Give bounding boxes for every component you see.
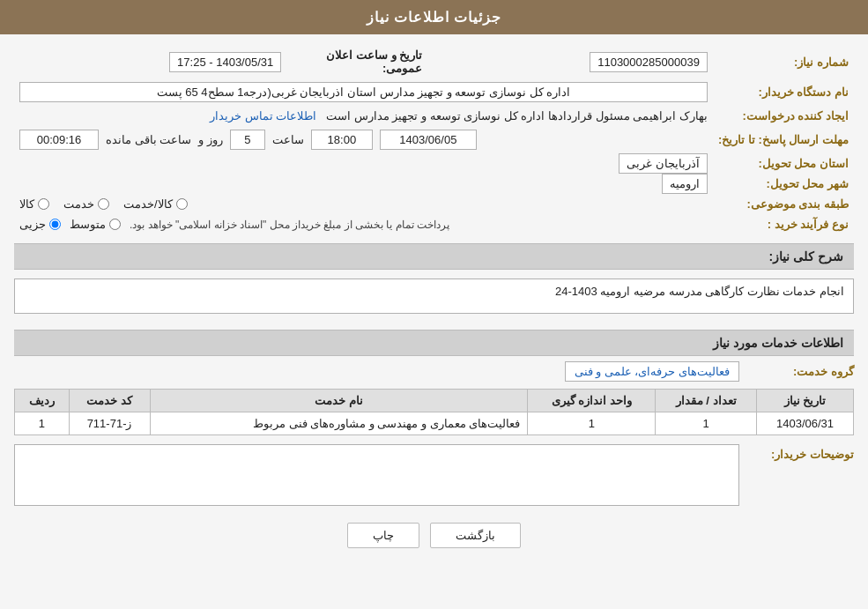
col-tedad: تعداد / مقدار (656, 390, 757, 412)
khadamat-section-title: اطلاعات خدمات مورد نیاز (14, 330, 854, 356)
tarikh-value: 1403/06/05 (380, 130, 477, 150)
nooe-jozii-option[interactable]: جزیی (19, 218, 61, 231)
table-row: 1403/06/31 1 1 فعالیت‌های معماری و مهندس… (15, 412, 854, 435)
col-vahed: واحد اندازه گیری (528, 390, 656, 412)
tabaqe-khadamat-option[interactable]: خدمت (63, 197, 109, 211)
ostan-label: استان محل تحویل: (713, 153, 854, 174)
print-button[interactable]: چاپ (347, 523, 419, 548)
ostan-value: آذربایجان غربی (619, 153, 708, 174)
nooe-jozii-radio[interactable] (49, 219, 61, 230)
saat-value: 18:00 (311, 130, 373, 150)
sharh-niaz-label: شرح کلی نیاز: (769, 249, 843, 264)
tabaqe-kala-radio[interactable] (38, 198, 49, 210)
cell-kod-khadamat: ز-71-711 (69, 412, 150, 435)
cell-tarikh-niaz: 1403/06/31 (757, 412, 854, 435)
page-title: جزئیات اطلاعات نیاز (367, 10, 502, 25)
col-radif: ردیف (15, 390, 70, 412)
main-content: شماره نیاز: 1103000285000039 تاریخ و ساع… (0, 34, 868, 573)
tosifat-row: توضیحات خریدار: (14, 444, 854, 509)
col-nam-khadamat: نام خدمت (150, 390, 528, 412)
tabaqe-kala-option[interactable]: کالا (19, 197, 49, 211)
cell-tedad: 1 (656, 412, 757, 435)
nooe-motawaset-option[interactable]: متوسط (70, 218, 121, 231)
nooe-farayand-label: نوع فرآیند خرید : (713, 214, 854, 234)
tabaqe-khadamat-radio[interactable] (98, 198, 109, 210)
col-tarikh-niaz: تاریخ نیاز (757, 390, 854, 412)
nooe-jozii-label: جزیی (19, 218, 46, 231)
back-button[interactable]: بازگشت (430, 523, 521, 548)
tabaqe-kala-khadamat-radio[interactable] (176, 198, 188, 210)
ijad-value: بهارک ابراهیمی مسئول قراردادها اداره کل … (326, 109, 708, 123)
shomara-niaz-label: شماره نیاز: (713, 45, 854, 78)
page-wrapper: جزئیات اطلاعات نیاز شماره نیاز: 11030002… (0, 0, 868, 609)
shahr-value: ارومیه (662, 174, 708, 194)
tabaqe-kala-khadamat-label: کالا/خدمت (123, 197, 173, 211)
announce-label: تاریخ و ساعت اعلان عمومی: (286, 45, 427, 78)
tabaqe-kala-label: کالا (19, 197, 34, 211)
sharh-niaz-container: انجام خدمات نظارت کارگاهی مدرسه مرضیه ار… (14, 275, 854, 321)
tabaqe-khadamat-label: خدمت (63, 197, 94, 211)
nooe-motawaset-label: متوسط (70, 218, 106, 231)
button-bar: بازگشت چاپ (14, 512, 854, 562)
page-header: جزئیات اطلاعات نیاز (0, 0, 868, 34)
sharh-niaz-section-title: شرح کلی نیاز: (14, 243, 854, 270)
tabaqe-label: طبقه بندی موضوعی: (713, 194, 854, 214)
sharh-niaz-value: انجام خدمات نظارت کارگاهی مدرسه مرضیه ار… (14, 279, 854, 314)
group-khadamat-value: فعالیت‌های حرفه‌ای، علمی و فنی (565, 361, 739, 382)
ijad-label: ایجاد کننده درخواست: (713, 106, 854, 126)
rooz-value: 5 (230, 130, 265, 150)
shahr-label: شهر محل تحویل: (713, 174, 854, 194)
nam-dastgah-label: نام دستگاه خریدار: (713, 78, 854, 106)
cell-nam-khadamat: فعالیت‌های معماری و مهندسی و مشاوره‌های … (150, 412, 528, 435)
nooe-note: پرداخت تمام یا بخشی از مبلغ خریداز محل "… (130, 219, 449, 231)
tosifat-textarea[interactable] (14, 444, 739, 506)
rooz-label: روز و (198, 133, 223, 146)
nooe-motawaset-radio[interactable] (109, 219, 121, 230)
col-kod-khadamat: کد خدمت (69, 390, 150, 412)
countdown-suffix: ساعت باقی مانده (106, 133, 191, 146)
shomara-niaz-value: 1103000285000039 (590, 52, 708, 72)
services-table: تاریخ نیاز تعداد / مقدار واحد اندازه گیر… (14, 389, 854, 435)
announce-value: 1403/05/31 - 17:25 (169, 52, 281, 72)
mohlat-label: مهلت ارسال پاسخ: تا تاریخ: (713, 126, 854, 153)
info-table-top: شماره نیاز: 1103000285000039 تاریخ و ساع… (14, 45, 854, 234)
saat-label: ساعت (272, 133, 304, 146)
tabaqe-kala-khadamat-option[interactable]: کالا/خدمت (123, 197, 188, 211)
ijad-link[interactable]: اطلاعات تماس خریدار (210, 109, 316, 123)
cell-vahed: 1 (528, 412, 656, 435)
cell-radif: 1 (15, 412, 70, 435)
nam-dastgah-value: اداره کل نوسازی توسعه و تجهیز مدارس استا… (19, 82, 708, 102)
countdown-value: 00:09:16 (19, 130, 99, 150)
group-khadamat-row: گروه خدمت: فعالیت‌های حرفه‌ای، علمی و فن… (14, 361, 854, 382)
group-khadamat-label: گروه خدمت: (739, 365, 854, 378)
tosifat-label: توضیحات خریدار: (739, 444, 854, 461)
